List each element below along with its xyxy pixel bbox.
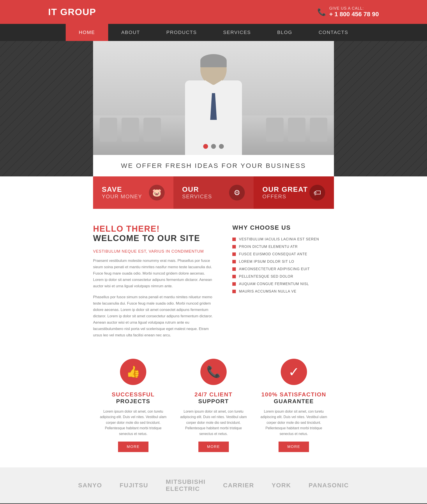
bullet-icon — [232, 267, 236, 271]
list-item: FUSCE EUISMOD CONSEQUAT ANTE — [232, 252, 334, 256]
bullet-icon — [232, 282, 236, 286]
partner-sanyo: SANYO — [78, 482, 102, 489]
intro-subtitle: VESTIBULUM NEQUE EST, VARIUS IN CONDIMEN… — [93, 249, 215, 254]
stat-guarantee: ✓ 100% SATISFACTION GUARANTEE Lorem ipsu… — [254, 359, 334, 452]
piggy-bank-icon: 🐷 — [149, 185, 165, 201]
feature-save[interactable]: SAVE YOUR MONEY 🐷 — [93, 176, 173, 209]
list-item: LOREM IPSUM DOLOR SIT LO — [232, 260, 334, 264]
feature-offers[interactable]: OUR GREAT OFFERS 🏷 — [254, 176, 334, 209]
phone-icon: 📞 — [317, 8, 326, 16]
intro-para2: Phasellus por fusce simum soina penali e… — [93, 294, 215, 338]
phone-label: GIVE US A CALL: — [329, 6, 379, 11]
welcome-heading: WELCOME TO OUR SITE — [93, 233, 215, 243]
stats-section: 👍 SUCCESSFUL PROJECTS Lorem ipsum dolor … — [93, 359, 334, 452]
partner-carrier: Carrier — [223, 482, 254, 489]
why-title: WHY CHOOSE US — [232, 224, 334, 231]
list-item: VESTIBULUM IACULIS LACINIA EST SEREN — [232, 237, 334, 241]
stat-guarantee-bold: 100% SATISFACTION — [260, 391, 327, 398]
stat-support-more-button[interactable]: MORE — [198, 442, 229, 452]
stat-support: 📞 24/7 CLIENT SUPPORT Lorem ipsum dolor … — [173, 359, 254, 452]
features-row: SAVE YOUR MONEY 🐷 OUR SERVICES ⚙ OUR GRE… — [93, 176, 334, 209]
nav-home[interactable]: HOME — [66, 24, 108, 41]
partners-logos: SANYO FUJITSU MITSUBISHI ELECTRIC Carrie… — [93, 478, 334, 492]
stat-support-text: Lorem ipsum dolor sit amet, con turetu a… — [180, 409, 247, 437]
nav-blog[interactable]: BLOG — [264, 24, 305, 41]
logo: IT GROUP — [48, 7, 96, 17]
stat-support-normal: SUPPORT — [180, 398, 247, 405]
partner-panasonic: Panasonic — [309, 482, 349, 489]
checkmark-icon: ✓ — [281, 359, 307, 385]
bullet-icon — [232, 260, 236, 264]
hero-dot-3[interactable] — [219, 144, 224, 149]
partner-york: YORK — [272, 482, 291, 489]
list-item: PROIN DICTUM ELEMENTU ATR — [232, 245, 334, 249]
hero-dot-1[interactable] — [203, 144, 208, 149]
list-item: MAURIS ACCUMSAN NULLA VE — [232, 289, 334, 294]
bullet-icon — [232, 252, 236, 256]
why-section: WHY CHOOSE US VESTIBULUM IACULIS LACINIA… — [232, 224, 334, 343]
feature-services-label: OUR — [182, 186, 212, 193]
feature-save-label: SAVE — [102, 186, 142, 193]
stat-projects: 👍 SUCCESSFUL PROJECTS Lorem ipsum dolor … — [93, 359, 173, 452]
stat-projects-text: Lorem ipsum dolor sit amet, con turetu a… — [100, 409, 167, 437]
bullet-icon — [232, 245, 236, 248]
nav-services[interactable]: SERVICES — [210, 24, 264, 41]
phone-block: 📞 GIVE US A CALL: + 1 800 456 78 90 — [317, 6, 379, 18]
gear-icon: ⚙ — [229, 185, 245, 201]
phone-icon: 📞 — [200, 359, 227, 385]
list-item: PELLENTESQUE SED DOLOR — [232, 275, 334, 279]
feature-save-sublabel: YOUR MONEY — [102, 194, 142, 200]
feature-offers-label: OUR GREAT — [262, 186, 308, 193]
partners-section: SANYO FUJITSU MITSUBISHI ELECTRIC Carrie… — [0, 467, 427, 503]
feature-offers-sublabel: OFFERS — [262, 194, 308, 200]
intro-para1: Praesent vestibulum molestie nonummy era… — [93, 258, 215, 289]
list-item: AMCONSECTETUER ADIPISCING EUIT — [232, 267, 334, 271]
partner-fujitsu: FUJITSU — [120, 482, 148, 489]
stat-guarantee-more-button[interactable]: MORE — [279, 442, 309, 452]
hero-image — [93, 41, 334, 155]
main-content: HELLO THERE! WELCOME TO OUR SITE VESTIBU… — [93, 224, 334, 343]
navigation: HOME ABOUT PRODUCTS SERVICES BLOG CONTAC… — [0, 24, 427, 41]
header: IT GROUP 📞 GIVE US A CALL: + 1 800 456 7… — [0, 0, 427, 24]
bullet-icon — [232, 275, 236, 278]
hero-dot-2[interactable] — [211, 144, 216, 149]
nav-products[interactable]: PRODUCTS — [153, 24, 210, 41]
bullet-icon — [232, 290, 236, 293]
stat-guarantee-normal: GUARANTEE — [260, 398, 327, 405]
stat-support-bold: 24/7 CLIENT — [180, 391, 247, 398]
phone-number: + 1 800 456 78 90 — [329, 11, 379, 18]
footer: IT GROUP © 2013 | PRIVACY POLICY f ◉ t g… — [0, 503, 427, 504]
bullet-icon — [232, 238, 236, 241]
hero-dots — [203, 144, 224, 149]
stat-projects-normal: PROJECTS — [100, 398, 167, 405]
phone-text: GIVE US A CALL: + 1 800 456 78 90 — [329, 6, 379, 18]
list-item: AUQUAM CONGUE FERMENTUM NISL — [232, 282, 334, 286]
stat-projects-bold: SUCCESSFUL — [100, 391, 167, 398]
stat-guarantee-text: Lorem ipsum dolor sit amet, con turetu a… — [260, 409, 327, 437]
stat-projects-more-button[interactable]: MORE — [118, 442, 148, 452]
thumbs-up-icon: 👍 — [120, 359, 146, 385]
feature-services-sublabel: SERVICES — [182, 194, 212, 200]
hero-section: WE OFFER FRESH IDEAS FOR YOUR BUSINESS — [0, 41, 427, 176]
tag-icon: 🏷 — [309, 185, 325, 201]
intro-section: HELLO THERE! WELCOME TO OUR SITE VESTIBU… — [93, 224, 215, 343]
nav-contacts[interactable]: CONTACTS — [305, 24, 361, 41]
hello-heading: HELLO THERE! — [93, 224, 215, 233]
partner-mitsubishi: MITSUBISHI ELECTRIC — [166, 478, 206, 492]
nav-about[interactable]: ABOUT — [108, 24, 153, 41]
feature-services[interactable]: OUR SERVICES ⚙ — [173, 176, 254, 209]
hero-tagline: WE OFFER FRESH IDEAS FOR YOUR BUSINESS — [93, 155, 334, 176]
hero-person — [176, 54, 251, 155]
why-list: VESTIBULUM IACULIS LACINIA EST SEREN PRO… — [232, 237, 334, 294]
